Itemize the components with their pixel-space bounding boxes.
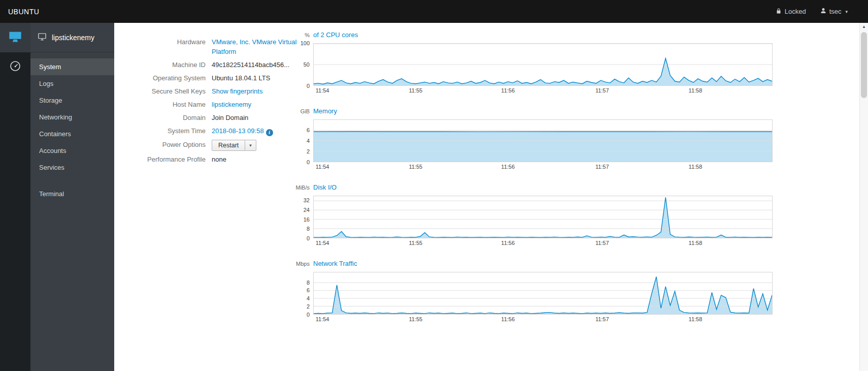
chart-cpu: % of 2 CPU cores 050100 11:5411:5511:561… xyxy=(292,31,773,95)
sidebar-nav: System Logs Storage Networking Container… xyxy=(30,52,114,202)
info-label: Operating System xyxy=(114,73,206,83)
chart-unit-label: Mbps xyxy=(292,261,313,267)
sidebar-item-logs[interactable]: Logs xyxy=(30,75,114,92)
x-axis-tick-label: 11:58 xyxy=(689,164,703,170)
cpu-chart-title-link[interactable]: of 2 CPU cores xyxy=(313,31,358,39)
x-axis-tick-label: 11:58 xyxy=(689,316,703,322)
x-axis-tick-label: 11:55 xyxy=(409,240,422,246)
y-axis-tick-label: 2 xyxy=(307,303,310,310)
info-row-power-options: Power Options Restart▾ xyxy=(114,138,317,152)
x-axis-tick-label: 11:54 xyxy=(316,87,329,94)
info-row-hostname: Host Name lipstickenemy xyxy=(114,98,317,111)
x-axis-tick-label: 11:56 xyxy=(501,240,515,246)
server-icon xyxy=(8,29,22,46)
sidebar-item-system[interactable]: System xyxy=(30,58,114,75)
hardware-link[interactable]: VMware, Inc. VMware Virtual Platform xyxy=(212,38,296,55)
info-label: Machine ID xyxy=(114,60,206,70)
y-axis-tick-label: 0 xyxy=(307,159,310,165)
chart-plot xyxy=(313,272,773,315)
user-name: tsec xyxy=(829,8,842,15)
y-axis-tick-label: 6 xyxy=(307,287,310,293)
disk-io-chart-title-link[interactable]: Disk I/O xyxy=(313,183,337,191)
y-axis-tick-label: 16 xyxy=(304,217,310,223)
machine-tile-server[interactable] xyxy=(0,23,30,52)
y-axis-tick-label: 4 xyxy=(307,138,310,144)
x-axis-tick-label: 11:55 xyxy=(409,316,422,322)
sidebar-item-networking[interactable]: Networking xyxy=(30,109,114,126)
show-fingerprints-link[interactable]: Show fingerprints xyxy=(212,87,262,95)
x-axis-tick-label: 11:57 xyxy=(595,316,609,322)
topbar-right: Locked tsec ▾ xyxy=(769,0,868,23)
system-info-panel: Hardware VMware, Inc. VMware Virtual Pla… xyxy=(114,35,317,166)
chart-x-labels: 11:5411:5511:5611:5711:58 xyxy=(313,316,773,324)
machine-tile-dashboard[interactable] xyxy=(0,52,30,82)
sidebar-item-containers[interactable]: Containers xyxy=(30,126,114,142)
chart-memory: GiB Memory 0246 11:5411:5511:5611:5711:5… xyxy=(292,107,773,171)
sidebar: lipstickenemy System Logs Storage Networ… xyxy=(30,23,114,371)
info-label: Power Options xyxy=(114,140,206,149)
x-axis-tick-label: 11:57 xyxy=(595,240,609,246)
y-axis-tick-label: 4 xyxy=(307,295,310,301)
user-icon xyxy=(820,8,826,15)
chart-y-labels: 0246 xyxy=(292,119,313,162)
y-axis-tick-label: 0 xyxy=(307,235,310,241)
x-axis-tick-label: 11:55 xyxy=(409,164,422,170)
scrollbar-thumb[interactable] xyxy=(861,32,867,98)
restart-button[interactable]: Restart xyxy=(212,140,245,151)
y-axis-tick-label: 2 xyxy=(307,148,310,154)
sidebar-item-accounts[interactable]: Accounts xyxy=(30,142,114,159)
x-axis-tick-label: 11:54 xyxy=(316,164,329,170)
hostname-link[interactable]: lipstickenemy xyxy=(212,101,251,108)
page-scrollbar[interactable]: ▲ xyxy=(859,23,868,371)
chart-unit-label: GiB xyxy=(292,108,313,114)
host-selector[interactable]: lipstickenemy xyxy=(30,23,114,52)
system-time-link[interactable]: 2018-08-13 09:58 xyxy=(212,127,264,135)
chart-area-fill xyxy=(314,197,772,238)
chart-plot xyxy=(313,43,773,86)
host-name: lipstickenemy xyxy=(52,34,94,42)
chart-x-labels: 11:5411:5511:5611:5711:58 xyxy=(313,164,773,171)
scrollbar-up-arrow[interactable]: ▲ xyxy=(860,23,868,31)
info-label: System Time xyxy=(114,126,206,136)
chart-plot xyxy=(313,119,773,162)
y-axis-tick-label: 0 xyxy=(307,312,310,318)
chart-y-labels: 08162432 xyxy=(292,196,313,238)
network-traffic-chart-title-link[interactable]: Network Traffic xyxy=(313,260,357,267)
chart-disk-io: MiB/s Disk I/O 08162432 11:5411:5511:561… xyxy=(292,183,773,248)
chart-y-labels: 050100 xyxy=(292,43,313,86)
y-axis-tick-label: 50 xyxy=(304,61,310,68)
power-options-caret-button[interactable]: ▾ xyxy=(245,140,256,151)
y-axis-tick-label: 8 xyxy=(307,226,310,232)
chevron-down-icon: ▾ xyxy=(845,9,848,14)
chart-unit-label: MiB/s xyxy=(292,184,313,191)
machine-icon-strip xyxy=(0,23,30,371)
chart-unit-label: % xyxy=(292,32,313,38)
info-label: Secure Shell Keys xyxy=(114,86,206,96)
info-row-performance-profile: Performance Profile none xyxy=(114,152,317,166)
locked-indicator[interactable]: Locked xyxy=(769,0,813,23)
chart-series-line xyxy=(314,197,772,237)
x-axis-tick-label: 11:55 xyxy=(409,87,422,94)
y-axis-tick-label: 32 xyxy=(304,197,310,203)
lock-icon xyxy=(776,8,782,16)
main-content: Hardware VMware, Inc. VMware Virtual Pla… xyxy=(114,23,868,371)
host-computer-icon xyxy=(38,32,47,43)
info-label: Domain xyxy=(114,113,206,122)
info-row-machine-id: Machine ID 49c1822514114bacb456... xyxy=(114,58,317,71)
x-axis-tick-label: 11:57 xyxy=(595,87,609,94)
user-menu[interactable]: tsec ▾ xyxy=(813,0,855,23)
x-axis-tick-label: 11:57 xyxy=(595,164,609,170)
locked-label: Locked xyxy=(785,8,806,15)
y-axis-tick-label: 0 xyxy=(307,83,310,89)
y-axis-tick-label: 8 xyxy=(307,280,310,286)
x-axis-tick-label: 11:58 xyxy=(689,240,703,246)
sidebar-item-terminal[interactable]: Terminal xyxy=(30,186,114,202)
info-icon[interactable]: i xyxy=(266,129,273,136)
info-row-hardware: Hardware VMware, Inc. VMware Virtual Pla… xyxy=(114,35,317,58)
chart-network-traffic: Mbps Network Traffic 02468 11:5411:5511:… xyxy=(292,260,773,324)
sidebar-item-storage[interactable]: Storage xyxy=(30,92,114,109)
y-axis-tick-label: 6 xyxy=(307,127,310,133)
memory-chart-title-link[interactable]: Memory xyxy=(313,107,337,115)
info-label: Host Name xyxy=(114,100,206,109)
sidebar-item-services[interactable]: Services xyxy=(30,159,114,176)
